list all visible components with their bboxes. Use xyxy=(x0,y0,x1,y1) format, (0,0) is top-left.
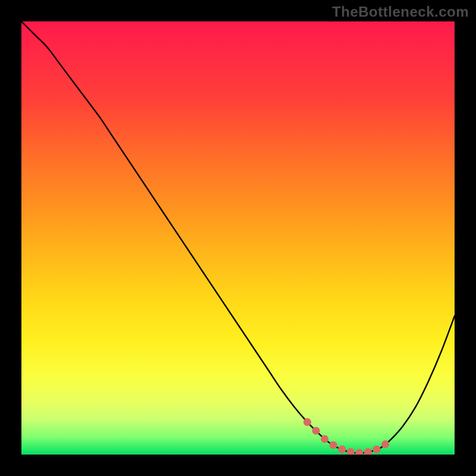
chart-svg xyxy=(21,21,455,455)
trough-marker xyxy=(364,448,372,455)
trough-marker xyxy=(321,435,328,443)
chart-plot-area xyxy=(21,21,455,455)
trough-marker xyxy=(372,446,380,453)
bottleneck-curve xyxy=(21,21,455,453)
trough-markers xyxy=(303,418,389,455)
trough-marker xyxy=(330,441,337,449)
trough-marker xyxy=(381,440,389,448)
watermark: TheBottleneck.com xyxy=(332,4,469,20)
trough-marker xyxy=(347,448,355,455)
trough-marker xyxy=(303,418,311,426)
trough-marker xyxy=(312,427,320,434)
trough-marker xyxy=(355,449,363,455)
trough-marker xyxy=(338,446,346,453)
